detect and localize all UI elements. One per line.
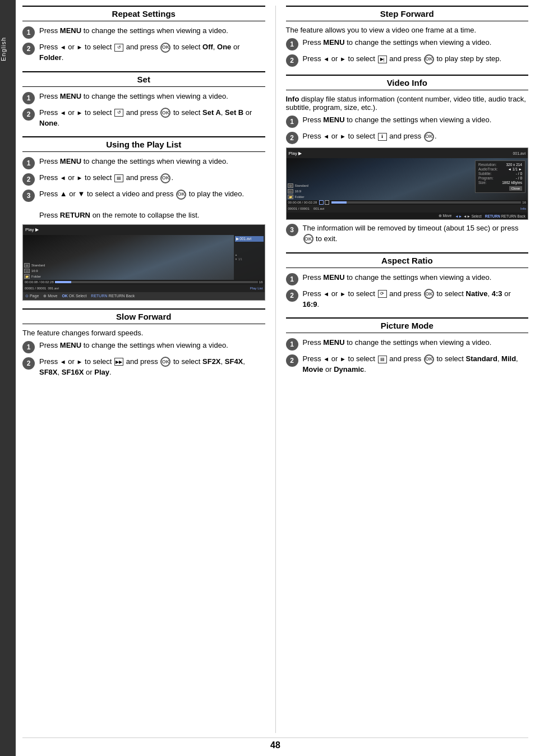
return-nav: RETURN RETURN Back bbox=[91, 294, 135, 298]
stepfwd-step-1: 1 Press MENU to change the settings when… bbox=[286, 38, 529, 50]
playlist-step-num-1: 1 bbox=[22, 157, 35, 169]
play-label: Play ▶ bbox=[25, 227, 39, 232]
repeat-step-1-text: Press MENU to change the settings when v… bbox=[39, 26, 265, 36]
vinfo-controls-row: 00001 / 00001 001.avi Info bbox=[287, 205, 528, 213]
step-forward-title: Step Forward bbox=[286, 6, 529, 21]
playlist-icon: ▤ bbox=[114, 174, 123, 182]
vinfo-step-1: 1 Press MENU to change the settings when… bbox=[286, 115, 529, 128]
vinfo-step-3-text: The information will be removed by timeo… bbox=[303, 223, 529, 245]
picmode-step-num-1: 1 bbox=[286, 338, 298, 351]
vinfo-folder-icon: 📁 bbox=[288, 195, 293, 199]
page-number: 48 bbox=[22, 737, 528, 750]
stepfwd-step-num-2: 2 bbox=[286, 54, 298, 67]
aspect-ratio-title: Aspect Ratio bbox=[286, 252, 529, 268]
playlist-step-1: 1 Press MENU to change the settings when… bbox=[22, 156, 265, 169]
picmode-step-2-text: Press ◄ or ► to select ▤ and press OK to… bbox=[303, 354, 529, 375]
subtitle-value: - / 0 bbox=[516, 172, 522, 176]
folder-mini-icon: 📁 bbox=[24, 274, 30, 279]
ratio-icon-row: ▭ 16:9 bbox=[24, 269, 45, 273]
ratio-mini-icon: ▭ bbox=[24, 269, 30, 273]
vinfo-ratio-row: ▭ 16:9 bbox=[288, 189, 308, 193]
audio-value: ◄ 1/1 ► bbox=[508, 167, 522, 171]
vinfo-step-2: 2 Press ◄ or ► to select ℹ and press OK. bbox=[286, 131, 529, 144]
step-forward-desc: The feature allows you to view a video o… bbox=[286, 26, 529, 34]
aspect-icon: ⟳ bbox=[378, 290, 387, 298]
stepfwd-step-num-1: 1 bbox=[286, 38, 298, 50]
playlist-step-2-text: Press ◄ or ► to select ▤ and press OK. bbox=[39, 173, 265, 183]
vinfo-standard-row: ⊙ Standard bbox=[288, 183, 308, 188]
time-display: 00:00:08 / 00:02:28 bbox=[25, 280, 54, 284]
vinfo-play-label: Play ▶ bbox=[289, 151, 302, 156]
section-video-info: Video Info Info display file status info… bbox=[286, 75, 529, 245]
playlist-step-num-2: 2 bbox=[22, 173, 35, 186]
section-repeat-settings: Repeat Settings 1 Press MENU to change t… bbox=[22, 6, 265, 63]
standard-mini-icon: ⊙ bbox=[24, 263, 30, 268]
section-step-forward: Step Forward The feature allows you to v… bbox=[286, 6, 529, 67]
vinfo-top-bar: Play ▶ 001.avi bbox=[287, 148, 528, 158]
file-counter: 00001 / 00001 bbox=[25, 287, 46, 290]
standard-icon-row: ⊙ Standard bbox=[24, 263, 45, 268]
stepfwd-step-2-text: Press ◄ or ► to select ▶| and press OK t… bbox=[303, 54, 529, 64]
ok-icon-pic1: OK bbox=[424, 354, 434, 365]
vinfo-time-display: 00:00:08 / 00:02:28 bbox=[288, 201, 317, 204]
stepfwd-step-2: 2 Press ◄ or ► to select ▶| and press OK… bbox=[286, 54, 529, 67]
sidebar: English bbox=[0, 0, 16, 756]
subtitle-row: Subtitle: - / 0 bbox=[478, 172, 522, 176]
ok-icon-vinfo3: OK bbox=[303, 234, 313, 244]
subtitle-label: Subtitle: bbox=[478, 172, 492, 176]
vinfo-ratio-icon: ▭ bbox=[288, 189, 293, 193]
vinfo-step-2-text: Press ◄ or ► to select ℹ and press OK. bbox=[303, 131, 529, 142]
file-item-selected: ▶ 001.avi bbox=[235, 236, 264, 242]
vinfo-step-num-3: 3 bbox=[286, 224, 298, 236]
section-play-list: Using the Play List 1 Press MENU to chan… bbox=[22, 136, 265, 301]
ok-icon-vinfo: OK bbox=[424, 132, 434, 142]
vinfo-ctrl-icon1 bbox=[319, 200, 324, 205]
controls-row: 00001 / 00001 001.avi Play List bbox=[23, 284, 265, 292]
ok-icon-step: OK bbox=[424, 54, 434, 64]
vinfo-step-3: 3 The information will be removed by tim… bbox=[286, 223, 529, 245]
size-row: Size: 1862 kBytes bbox=[478, 181, 522, 185]
vinfo-filename-ctrl: 001.avi bbox=[313, 207, 324, 210]
vinfo-number: 16 bbox=[522, 201, 526, 204]
vinfo-nav-bar: ⊕ Move ◄► ◄► Select RETURN RETURN Back bbox=[287, 213, 528, 219]
main-content: Repeat Settings 1 Press MENU to change t… bbox=[16, 0, 535, 756]
slow-step-2-text: Press ◄ or ► to select ▶▶ and press OK t… bbox=[39, 357, 265, 378]
set-step-num-1: 1 bbox=[22, 92, 35, 104]
file-list-panel: ▶ 001.avi ▲ ▼ 1/1 bbox=[234, 235, 265, 280]
progress-bar bbox=[55, 281, 258, 283]
vinfo-counter: 00001 / 00001 bbox=[288, 207, 310, 210]
vinfo-folder-row: 📁 Folder bbox=[288, 195, 308, 199]
set-step-1: 1 Press MENU to change the settings when… bbox=[22, 91, 265, 104]
vinfo-step-num-1: 1 bbox=[286, 116, 298, 128]
section-set: Set 1 Press MENU to change the settings … bbox=[22, 71, 265, 129]
vinfo-progress-area: 00:00:08 / 00:02:28 16 bbox=[287, 200, 528, 205]
audio-row: AudioTrack: ◄ 1/1 ► bbox=[478, 167, 522, 171]
right-column: Step Forward The feature allows you to v… bbox=[276, 6, 529, 733]
set-step-1-text: Press MENU to change the settings when v… bbox=[39, 91, 265, 102]
playlist-label-display: Play List bbox=[61, 287, 263, 290]
screen-nav-bar: ⊙ Page ⊕ Move OK OK Select RETURN RETURN… bbox=[23, 292, 265, 300]
vinfo-progress-bar bbox=[331, 201, 521, 204]
vinfo-select-nav: ◄► ◄► Select bbox=[455, 214, 481, 218]
progress-area: 00:00:08 / 00:02:28 16 bbox=[23, 280, 265, 284]
vinfo-left-icons: ⊙ Standard ▭ 16:9 📁 Folder bbox=[288, 183, 308, 199]
picmode-step-1: 1 Press MENU to change the settings when… bbox=[286, 338, 529, 351]
info-panel: Resolution: 320 x 214 AudioTrack: ◄ 1/1 … bbox=[475, 160, 525, 193]
ok-icon: OK bbox=[160, 43, 170, 53]
ok-icon-pl: OK bbox=[160, 173, 170, 183]
step-num-1: 1 bbox=[22, 26, 35, 39]
section-picture-mode: Picture Mode 1 Press MENU to change the … bbox=[286, 317, 529, 375]
slow-step-2: 2 Press ◄ or ► to select ▶▶ and press OK… bbox=[22, 357, 265, 378]
picmode-step-2: 2 Press ◄ or ► to select ▤ and press OK … bbox=[286, 354, 529, 375]
play-list-title: Using the Play List bbox=[22, 136, 265, 152]
folder-icon-row: 📁 Folder bbox=[24, 274, 45, 279]
page-nav: ⊙ Page bbox=[25, 294, 39, 298]
stepfwd-step-1-text: Press MENU to change the settings when v… bbox=[303, 38, 529, 48]
program-label: Program: bbox=[478, 176, 494, 180]
screen-left-icons: ⊙ Standard ▭ 16:9 📁 Folder bbox=[24, 263, 45, 279]
playlist-step-3: 3 Press ▲ or ▼ to select a video and pre… bbox=[22, 189, 265, 221]
close-button-small: Close bbox=[509, 186, 522, 191]
aspect-step-2: 2 Press ◄ or ► to select ⟳ and press OK … bbox=[286, 289, 529, 310]
move-nav: ⊕ Move bbox=[43, 294, 57, 298]
section-aspect-ratio: Aspect Ratio 1 Press MENU to change the … bbox=[286, 252, 529, 310]
